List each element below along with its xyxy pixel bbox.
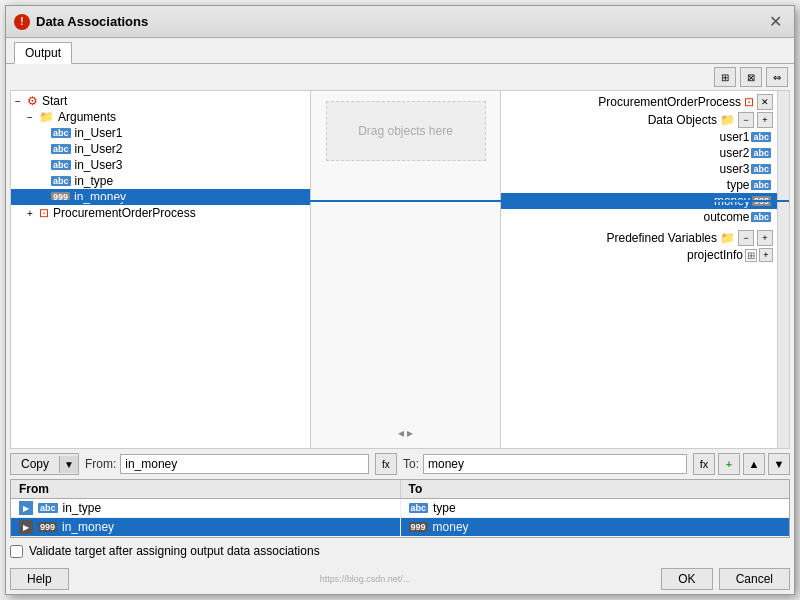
project-info-label: projectInfo xyxy=(687,248,743,262)
type-badge-abc: abc xyxy=(409,503,429,513)
type-badge-999: 999 xyxy=(409,522,428,532)
tree-in-money[interactable]: 999 in_money xyxy=(11,189,310,205)
type-badge-abc: abc xyxy=(51,128,71,138)
up-btn[interactable]: ▲ xyxy=(743,453,765,475)
from-label: From: xyxy=(85,457,116,471)
connection-line xyxy=(11,200,789,202)
type-badge-abc: abc xyxy=(751,212,771,222)
type-badge-abc: abc xyxy=(751,148,771,158)
toolbar-btn-1[interactable]: ⊞ xyxy=(714,67,736,87)
toolbar-btn-2[interactable]: ⊠ xyxy=(740,67,762,87)
right-scroll-icon[interactable]: ▸ xyxy=(407,426,413,440)
predefined-title: Predefined Variables xyxy=(606,231,717,245)
validate-checkbox[interactable] xyxy=(10,545,23,558)
user3-label: user3 xyxy=(719,162,749,176)
calc-btn[interactable]: fx xyxy=(375,453,397,475)
in-user2-label: in_User2 xyxy=(75,142,123,156)
right-user2[interactable]: user2 abc xyxy=(501,145,777,161)
data-objects-icon: 📁 xyxy=(720,113,735,127)
tree-in-user1[interactable]: abc in_User1 xyxy=(11,125,310,141)
mapping-row-1[interactable]: ▶ abc in_type abc type xyxy=(11,499,789,518)
ok-button[interactable]: OK xyxy=(661,568,712,590)
to-field-group: To: xyxy=(403,454,687,474)
mapping-row-2[interactable]: ▶ 999 in_money 999 money xyxy=(11,518,789,537)
mapping-cell-to-2: 999 money xyxy=(401,518,790,536)
predefined-icon: 📁 xyxy=(720,231,735,245)
tree-in-user2[interactable]: abc in_User2 xyxy=(11,141,310,157)
right-user3[interactable]: user3 abc xyxy=(501,161,777,177)
right-scrollbar[interactable] xyxy=(777,91,789,448)
type-badge-abc: abc xyxy=(751,164,771,174)
validate-label: Validate target after assigning output d… xyxy=(29,544,320,558)
right-project-info[interactable]: projectInfo ⊞ + xyxy=(501,247,777,263)
in-type-label: in_type xyxy=(75,174,114,188)
row-icon: ▶ xyxy=(19,501,33,515)
add-btn[interactable]: + xyxy=(718,453,740,475)
data-objects-plus-btn[interactable]: + xyxy=(757,112,773,128)
title-bar: ! Data Associations ✕ xyxy=(6,6,794,38)
mapping-table: From To ▶ abc in_type abc type ▶ 99 xyxy=(10,479,790,538)
main-area: − ⚙ Start − 📁 Arguments abc in_User1 abc… xyxy=(10,90,790,449)
center-panel: Drag objects here ◂ ▸ xyxy=(311,91,501,448)
right-outcome[interactable]: outcome abc xyxy=(501,209,777,225)
mapping-cell-from-1: ▶ abc in_type xyxy=(11,499,401,517)
right-user1[interactable]: user1 abc xyxy=(501,129,777,145)
drag-area[interactable]: Drag objects here xyxy=(326,101,486,161)
calc-group: fx xyxy=(375,453,397,475)
from-input[interactable] xyxy=(120,454,369,474)
start-label: Start xyxy=(42,94,67,108)
mapping-cell-from-2: ▶ 999 in_money xyxy=(11,518,401,536)
bottom-area: Copy ▼ From: fx To: fx + ▲ ▼ xyxy=(6,449,794,594)
data-associations-dialog: ! Data Associations ✕ Output ⊞ ⊠ ⇔ − ⚙ S… xyxy=(5,5,795,595)
from-value-2: in_money xyxy=(62,520,114,534)
tree-in-user3[interactable]: abc in_User3 xyxy=(11,157,310,173)
tree-procurement-process[interactable]: + ⊡ ProcurementOrderProcess xyxy=(11,205,310,221)
evaluate-btn[interactable]: fx xyxy=(693,453,715,475)
start-icon: ⚙ xyxy=(27,94,38,108)
tree-in-type[interactable]: abc in_type xyxy=(11,173,310,189)
copy-arrow-btn[interactable]: ▼ xyxy=(59,456,78,473)
in-user3-label: in_User3 xyxy=(75,158,123,172)
app-icon: ! xyxy=(14,14,30,30)
footer-buttons: OK Cancel xyxy=(661,568,790,590)
copy-button[interactable]: Copy xyxy=(11,454,59,474)
type-badge-abc: abc xyxy=(751,180,771,190)
left-panel: − ⚙ Start − 📁 Arguments abc in_User1 abc… xyxy=(11,91,311,448)
copy-dropdown[interactable]: Copy ▼ xyxy=(10,453,79,475)
right-type[interactable]: type abc xyxy=(501,177,777,193)
help-button[interactable]: Help xyxy=(10,568,69,590)
action-buttons: fx + ▲ ▼ xyxy=(693,453,790,475)
cancel-button[interactable]: Cancel xyxy=(719,568,790,590)
mapping-header: From To xyxy=(11,480,789,499)
arguments-label: Arguments xyxy=(58,110,116,124)
type-badge-abc: abc xyxy=(51,160,71,170)
to-value-1: type xyxy=(433,501,456,515)
down-btn[interactable]: ▼ xyxy=(768,453,790,475)
from-value-1: in_type xyxy=(63,501,102,515)
type-badge-abc: abc xyxy=(51,144,71,154)
copy-row: Copy ▼ From: fx To: fx + ▲ ▼ xyxy=(10,453,790,475)
row-icon: ▶ xyxy=(19,520,33,534)
predefined-minus-btn[interactable]: − xyxy=(738,230,754,246)
type-badge-abc: abc xyxy=(751,132,771,142)
col-from: From xyxy=(11,480,401,498)
data-objects-minus-btn[interactable]: − xyxy=(738,112,754,128)
tree-start-node[interactable]: − ⚙ Start xyxy=(11,93,310,109)
validate-row: Validate target after assigning output d… xyxy=(10,542,790,560)
expand-icon: − xyxy=(15,96,25,107)
left-scroll-icon[interactable]: ◂ xyxy=(398,426,404,440)
project-info-plus-btn[interactable]: + xyxy=(759,248,773,262)
close-button[interactable]: ✕ xyxy=(765,12,786,31)
watermark: https://blog.csdn.net/... xyxy=(320,574,411,584)
toolbar-btn-3[interactable]: ⇔ xyxy=(766,67,788,87)
to-input[interactable] xyxy=(423,454,687,474)
tree-arguments-folder[interactable]: − 📁 Arguments xyxy=(11,109,310,125)
drag-text: Drag objects here xyxy=(358,124,453,138)
dialog-title: Data Associations xyxy=(36,14,148,29)
right-proc-close-btn[interactable]: ✕ xyxy=(757,94,773,110)
tab-output[interactable]: Output xyxy=(14,42,72,64)
predefined-plus-btn[interactable]: + xyxy=(757,230,773,246)
col-to: To xyxy=(401,480,790,498)
type-badge-abc: abc xyxy=(38,503,58,513)
to-value-2: money xyxy=(433,520,469,534)
